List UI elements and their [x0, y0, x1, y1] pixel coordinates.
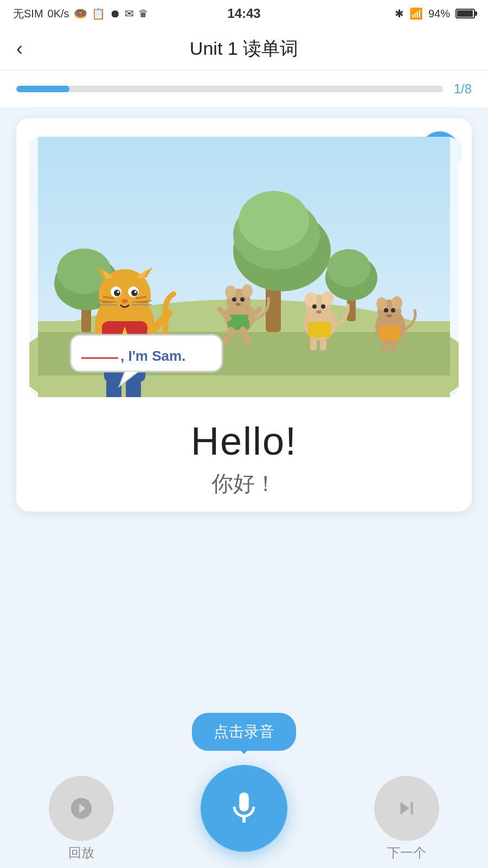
progress-label: 1/8	[454, 81, 472, 97]
skip-next-icon-container	[394, 796, 419, 821]
next-control: 下一个	[374, 776, 439, 841]
svg-point-36	[225, 285, 236, 298]
playback-label: 回放	[68, 844, 94, 861]
svg-rect-71	[126, 378, 141, 397]
svg-point-29	[321, 304, 325, 309]
mic-icon	[225, 789, 263, 827]
network-speed: 0K/s	[48, 8, 69, 20]
svg-point-61	[134, 291, 137, 293]
page-title: Unit 1 读单词	[190, 36, 298, 61]
status-bar: 无SIM 0K/s 🍩 📋 ⏺ ✉ ♛ 14:43 ✱ 📶 94%	[0, 0, 488, 27]
playback-control: 回放	[49, 776, 114, 841]
bluetooth-icon: ✱	[395, 7, 404, 20]
crown-icon: ♛	[138, 7, 148, 20]
nav-bar: ‹ Unit 1 读单词	[0, 27, 488, 71]
svg-point-62	[121, 299, 128, 303]
svg-point-59	[131, 290, 138, 296]
bottom-area: 点击录音 回放	[0, 697, 488, 868]
svg-point-17	[391, 296, 402, 309]
record-tooltip-btn[interactable]: 点击录音	[192, 713, 296, 751]
svg-point-58	[114, 290, 120, 296]
svg-point-20	[387, 314, 392, 317]
svg-point-39	[240, 297, 245, 302]
svg-rect-70	[106, 378, 121, 397]
svg-point-27	[322, 291, 333, 305]
svg-point-30	[316, 310, 322, 314]
play-icon-container	[69, 796, 94, 821]
next-label: 下一个	[387, 844, 426, 861]
media-icon: ⏺	[110, 8, 120, 20]
progress-track	[16, 86, 443, 92]
svg-rect-33	[320, 337, 326, 350]
mail-icon: ✉	[125, 7, 134, 20]
svg-point-19	[391, 308, 395, 312]
svg-point-18	[384, 308, 388, 312]
scene-illustration: , I'm Sam.	[29, 137, 459, 397]
flash-card: , I'm Sam. Hello! 你好！	[16, 118, 472, 512]
battery-icon	[455, 9, 475, 18]
svg-point-60	[117, 291, 119, 293]
back-button[interactable]: ‹	[16, 39, 23, 59]
status-time: 14:43	[227, 6, 260, 21]
word-english: Hello!	[29, 419, 459, 463]
carrier-label: 无SIM	[13, 7, 43, 21]
battery-percent: 94%	[428, 8, 450, 20]
svg-point-13	[327, 249, 370, 287]
main-content: , I'm Sam. Hello! 你好！	[0, 107, 488, 697]
progress-fill	[16, 86, 69, 92]
next-button[interactable]: 下一个	[374, 776, 439, 841]
svg-point-40	[235, 303, 241, 306]
wifi-icon: 📶	[409, 7, 423, 20]
progress-area: 1/8	[0, 71, 488, 107]
svg-point-37	[242, 284, 253, 297]
svg-point-38	[232, 297, 236, 302]
word-display: Hello! 你好！	[29, 419, 459, 499]
svg-rect-23	[390, 340, 396, 352]
controls-row: 回放 下一个	[16, 760, 472, 868]
play-icon	[69, 796, 94, 821]
svg-text:, I'm Sam.: , I'm Sam.	[120, 348, 185, 364]
svg-point-75	[164, 309, 172, 318]
skip-next-icon	[394, 796, 419, 821]
svg-rect-31	[308, 322, 331, 338]
status-left: 无SIM 0K/s 🍩 📋 ⏺ ✉ ♛	[13, 7, 148, 21]
svg-rect-22	[382, 340, 387, 352]
svg-point-7	[239, 191, 309, 251]
svg-rect-21	[380, 326, 400, 341]
playback-button[interactable]: 回放	[49, 776, 114, 841]
mic-button[interactable]	[201, 765, 287, 852]
word-chinese: 你好！	[29, 469, 459, 499]
email-icon: 🍩	[74, 7, 87, 20]
illustration-frame: , I'm Sam.	[29, 137, 459, 397]
status-right: ✱ 📶 94%	[395, 7, 475, 20]
svg-point-28	[312, 304, 317, 309]
sim-icon: 📋	[92, 7, 105, 20]
svg-rect-32	[310, 337, 317, 350]
